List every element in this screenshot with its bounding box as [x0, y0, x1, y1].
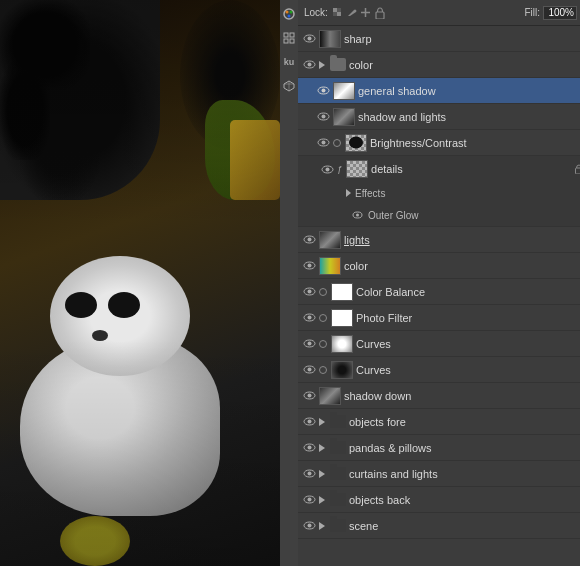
thumb-color — [319, 257, 341, 275]
layer-objects-back[interactable]: objects back — [298, 487, 580, 513]
lock-position-icon[interactable] — [360, 7, 372, 19]
fx-symbol: ƒ — [337, 164, 342, 174]
layer-name-pandas-pillows: pandas & pillows — [349, 442, 580, 454]
svg-rect-14 — [337, 8, 341, 12]
effects-label-row: Effects — [298, 182, 580, 204]
layer-photo-filter[interactable]: Photo Filter — [298, 305, 580, 331]
svg-point-29 — [321, 141, 325, 145]
folder-arrow-objects-fore[interactable] — [319, 418, 325, 426]
layer-name-sharp: sharp — [344, 33, 580, 45]
eye-icon-shadow-down[interactable] — [302, 389, 316, 403]
folder-arrow-scene[interactable] — [319, 522, 325, 530]
layer-name-details: details — [371, 163, 572, 175]
thumb-photo-filter — [331, 309, 353, 327]
folder-arrow-objects-back[interactable] — [319, 496, 325, 504]
eye-icon-lights[interactable] — [302, 233, 316, 247]
svg-point-17 — [307, 37, 311, 41]
canvas-image — [0, 0, 280, 566]
svg-point-35 — [356, 214, 359, 217]
eye-icon-color-balance[interactable] — [302, 285, 316, 299]
layers-list: sharp color — [298, 26, 580, 566]
svg-rect-7 — [290, 39, 294, 43]
effects-text: Effects — [355, 188, 385, 199]
layer-shadow-lights[interactable]: shadow and lights — [298, 104, 580, 130]
svg-rect-12 — [337, 12, 341, 16]
layer-details-group: ƒ details fx Effects Outer Glow — [298, 156, 580, 227]
fill-section: Fill: ▾ — [524, 6, 580, 20]
layer-general-shadow[interactable]: general shadow — [298, 78, 580, 104]
thumb-details — [346, 160, 368, 178]
svg-point-20 — [307, 63, 311, 67]
layer-name-shadow-down: shadow down — [344, 390, 580, 402]
eye-icon-curves-2[interactable] — [302, 363, 316, 377]
ku-icon[interactable]: ku — [281, 54, 297, 70]
eye-icon-sharp[interactable] — [302, 32, 316, 46]
svg-rect-33 — [575, 168, 580, 174]
folder-icon-color — [330, 58, 346, 71]
svg-point-37 — [307, 238, 311, 242]
eye-icon-general-shadow[interactable] — [316, 84, 330, 98]
layer-lights[interactable]: lights — [298, 227, 580, 253]
layers-header: Lock: — [298, 0, 580, 26]
layer-color-balance[interactable]: Color Balance — [298, 279, 580, 305]
layer-sharp[interactable]: sharp — [298, 26, 580, 52]
lock-all-icon[interactable] — [374, 7, 386, 19]
eye-icon-objects-fore[interactable] — [302, 415, 316, 429]
effects-arrow[interactable] — [346, 189, 351, 197]
layer-details[interactable]: ƒ details fx — [298, 156, 580, 182]
layer-color-folder[interactable]: color — [298, 52, 580, 78]
lock-image-icon[interactable] — [346, 7, 358, 19]
layer-pandas-pillows[interactable]: pandas & pillows — [298, 435, 580, 461]
palette-icon[interactable] — [281, 6, 297, 22]
layer-color[interactable]: color — [298, 253, 580, 279]
lock-controls — [332, 7, 386, 19]
fill-input[interactable] — [543, 6, 577, 20]
svg-point-46 — [307, 316, 311, 320]
eye-icon-shadow-lights[interactable] — [316, 110, 330, 124]
svg-point-23 — [321, 89, 325, 93]
svg-rect-15 — [376, 12, 384, 19]
eye-icon-color[interactable] — [302, 259, 316, 273]
folder-collapse-arrow[interactable] — [319, 61, 325, 69]
layer-name-curtains-lights: curtains and lights — [349, 468, 580, 480]
layer-name-color: color — [344, 260, 580, 272]
folder-arrow-curtains[interactable] — [319, 470, 325, 478]
eye-icon-curtains-lights[interactable] — [302, 467, 316, 481]
lock-transparent-icon[interactable] — [332, 7, 344, 19]
layer-curtains-lights[interactable]: curtains and lights — [298, 461, 580, 487]
layer-name-scene: scene — [349, 520, 580, 532]
eye-icon-color-folder[interactable] — [302, 58, 316, 72]
svg-point-2 — [290, 11, 293, 14]
folder-icon-scene — [330, 519, 346, 532]
thumb-curves-1 — [331, 335, 353, 353]
layer-name-shadow-lights: shadow and lights — [358, 111, 580, 123]
eye-icon-outer-glow[interactable] — [350, 208, 364, 222]
eye-icon-brightness[interactable] — [316, 136, 330, 150]
svg-rect-5 — [290, 33, 294, 37]
layer-name-color-folder: color — [349, 59, 580, 71]
eye-icon-scene[interactable] — [302, 519, 316, 533]
svg-rect-11 — [333, 8, 337, 12]
layer-curves-1[interactable]: Curves — [298, 331, 580, 357]
svg-rect-13 — [333, 12, 337, 16]
layer-shadow-down[interactable]: shadow down — [298, 383, 580, 409]
thumb-brightness — [345, 134, 367, 152]
svg-point-43 — [307, 290, 311, 294]
eye-icon-photo-filter[interactable] — [302, 311, 316, 325]
layer-objects-fore[interactable]: objects fore — [298, 409, 580, 435]
eye-icon-details[interactable] — [320, 162, 334, 176]
layer-name-general-shadow: general shadow — [358, 85, 580, 97]
cube-icon[interactable] — [281, 78, 297, 94]
layer-scene[interactable]: scene — [298, 513, 580, 539]
layer-brightness-contrast[interactable]: Brightness/Contrast — [298, 130, 580, 156]
eye-icon-curves-1[interactable] — [302, 337, 316, 351]
adjustment-circle-brightness — [333, 139, 341, 147]
layer-curves-2[interactable]: Curves — [298, 357, 580, 383]
lock-label: Lock: — [304, 7, 328, 18]
thumb-general-shadow — [333, 82, 355, 100]
folder-arrow-pandas[interactable] — [319, 444, 325, 452]
grid-icon[interactable] — [281, 30, 297, 46]
thumb-lights — [319, 231, 341, 249]
eye-icon-objects-back[interactable] — [302, 493, 316, 507]
eye-icon-pandas-pillows[interactable] — [302, 441, 316, 455]
